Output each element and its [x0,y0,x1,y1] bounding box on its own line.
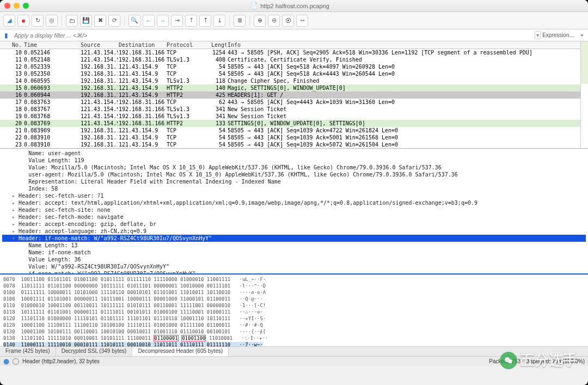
goto-icon[interactable]: ⤒ [185,15,197,27]
packet-row[interactable]: 140.060595192.168.31.1…121.43.154.9TLSv1… [0,77,580,84]
toolbar: ◢ ■ ↻ ◎ 🗀 💾 ✖ ⟳ 🔍 ← → ⇥ ⤒ ⤒ ⤓ ≣ ⊕ ⊖ ⦿ ⇿ [0,12,588,29]
minimap[interactable] [580,41,588,148]
open-icon[interactable]: 🗀 [66,15,78,27]
packet-row[interactable]: 120.052339192.168.31.1…121.43.154.9TCP54… [0,63,580,70]
zoom-icon[interactable] [23,3,29,9]
shark-fin-icon[interactable]: ◢ [3,15,15,27]
tab-frame[interactable]: Frame (425 bytes) [0,347,56,356]
tab-decompressed[interactable]: Decompressed Header (605 bytes) [132,347,229,356]
zoom-reset-icon[interactable]: ⦿ [282,15,294,27]
packet-row[interactable]: 110.052148121.43.154.9192.168.31.166TLSv… [0,56,580,63]
expression-button[interactable]: ▾ Expression... [532,32,576,38]
expert-icon[interactable]: ⬤ [3,358,9,364]
reload-icon[interactable]: ⟳ [108,15,120,27]
packet-list[interactable]: No. Time Source Destination Protocol Len… [0,41,588,148]
window-title: http2 halfrost.com.pcapng [260,3,329,9]
save-icon[interactable]: 💾 [80,15,92,27]
restart-icon[interactable]: ↻ [32,15,44,27]
packet-row[interactable]: 100.052146121.43.154.9192.168.31.166TCP1… [0,49,580,56]
stop-capture-icon[interactable]: ■ [17,15,29,27]
options-icon[interactable]: ◎ [46,15,58,27]
title-bar: 📄http2 halfrost.com.pcapng [0,0,588,12]
autoscroll-icon[interactable]: ≣ [234,15,246,27]
packet-row[interactable]: 190.083768121.43.154.9192.168.31.166TLSv… [0,113,580,120]
packet-row[interactable]: 200.083769121.43.154.9192.168.31.166HTTP… [0,120,580,127]
wechat-icon [500,352,517,369]
packet-row[interactable]: 220.083910192.168.31.1…121.43.154.9TCP54… [0,134,580,141]
packet-row[interactable]: 180.083767121.43.154.9192.168.31.166TLSv… [0,106,580,113]
jump-icon[interactable]: ⇥ [171,15,183,27]
display-filter-input[interactable] [12,31,530,40]
add-filter-button[interactable]: + [578,32,586,38]
tab-decrypted[interactable]: Decrypted SSL (349 bytes) [56,347,133,356]
last-icon[interactable]: ⤓ [213,15,225,27]
close-file-icon[interactable]: ✖ [94,15,106,27]
zoom-out-icon[interactable]: ⊖ [268,15,280,27]
packet-details[interactable]: Name: user-agent Value Length: 119 Value… [0,148,588,274]
packet-row[interactable]: 150.060693192.168.31.1…121.43.154.9HTTP2… [0,84,580,91]
packet-bytes[interactable]: 0070 10011100 01101101 01001100 01011111… [0,274,588,346]
packet-row[interactable]: 210.083909192.168.31.1…121.43.154.9TCP54… [0,127,580,134]
packet-header: No. Time Source Destination Protocol Len… [0,41,580,49]
zoom-in-icon[interactable]: ⊕ [254,15,266,27]
doc-icon: 📄 [250,2,258,9]
close-icon[interactable] [4,3,10,9]
prev-icon[interactable]: ← [143,15,155,27]
packet-row[interactable]: 230.083910192.168.31.1…121.43.154.9TCP54… [0,141,580,148]
bookmark-icon[interactable]: ▮ [2,32,10,39]
find-icon[interactable]: 🔍 [128,15,140,27]
svg-point-1 [508,359,512,363]
status-field: Header (http2.header), 32 bytes [22,358,100,364]
packet-row[interactable]: 170.083763121.43.154.9192.168.31.166TCP6… [0,99,580,106]
packet-row[interactable]: 130.052350192.168.31.1…121.43.154.9TCP54… [0,70,580,77]
filter-bar: ▮ ▾ Expression... + [0,29,588,41]
next-icon[interactable]: → [157,15,169,27]
packet-row[interactable]: 160.060944192.168.31.1…121.43.154.9HTTP2… [0,91,580,99]
minimize-icon[interactable] [14,3,20,9]
resize-cols-icon[interactable]: ⇿ [296,15,308,27]
gear-icon[interactable] [13,358,19,365]
watermark: 五分选手 [500,351,577,370]
first-icon[interactable]: ⤒ [199,15,211,27]
